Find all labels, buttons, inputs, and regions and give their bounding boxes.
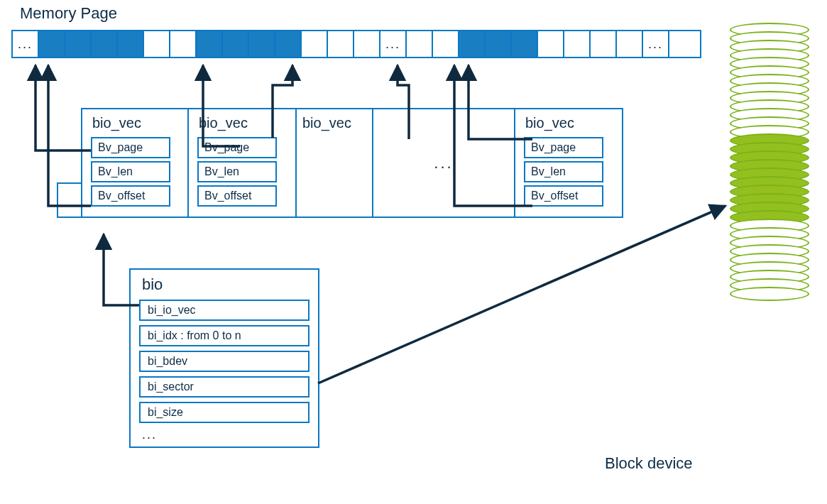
memory-cell: [144, 31, 170, 57]
memory-cell: [197, 31, 223, 57]
memory-cell: ...: [13, 31, 39, 57]
memory-cell: [564, 31, 591, 57]
bio-field-bi-io-vec: bi_io_vec: [139, 300, 310, 321]
bio-struct-box: bio bi_io_vec bi_idx : from 0 to n bi_bd…: [129, 268, 319, 448]
bio-field-bi-idx: bi_idx : from 0 to n: [139, 325, 310, 346]
bio-vec-title: bio_vec: [302, 115, 365, 131]
bio-struct-ellipsis: ...: [142, 427, 310, 442]
bio-vec-title: bio_vec: [525, 115, 615, 131]
block-device-cylinder: [730, 23, 809, 301]
memory-cell: ...: [380, 31, 407, 57]
memory-cell: [591, 31, 617, 57]
memory-cell: [538, 31, 564, 57]
block-device-disk: [730, 287, 809, 301]
bio-vec-lead-stub: [57, 182, 81, 218]
bio-vec-box-3-header: bio_vec: [297, 108, 373, 218]
bio-vec-box-1: bio_vec Bv_page Bv_len Bv_offset: [81, 108, 189, 218]
bio-vec-box-2: bio_vec Bv_page Bv_len Bv_offset: [189, 108, 297, 218]
bio-vec-field-bv-len: Bv_len: [197, 161, 277, 182]
memory-cell: [92, 31, 118, 57]
bio-vec-field-bv-offset: Bv_offset: [197, 185, 277, 207]
memory-cell: [459, 31, 486, 57]
bio-field-bi-size: bi_size: [139, 402, 310, 423]
memory-cell: [223, 31, 249, 57]
bio-vec-ellipsis: ...: [373, 108, 515, 218]
bio-vec-title: bio_vec: [92, 115, 180, 131]
memory-cell: [354, 31, 380, 57]
bio-vec-field-bv-len: Bv_len: [91, 161, 170, 182]
memory-cell: [249, 31, 275, 57]
memory-cell: [433, 31, 459, 57]
bio-vec-field-bv-len: Bv_len: [524, 161, 603, 182]
block-device-label: Block device: [605, 454, 693, 473]
bio-field-bi-bdev: bi_bdev: [139, 351, 310, 372]
memory-cell: [170, 31, 197, 57]
memory-cell: [65, 31, 92, 57]
bio-vec-title: bio_vec: [199, 115, 288, 131]
bio-vec-box-n: bio_vec Bv_page Bv_len Bv_offset: [515, 108, 623, 218]
memory-cell: [617, 31, 643, 57]
memory-cell: [39, 31, 65, 57]
memory-cell: [512, 31, 538, 57]
bio-vec-field-bv-offset: Bv_offset: [524, 185, 603, 207]
bio-vec-row: bio_vec Bv_page Bv_len Bv_offset bio_vec…: [57, 108, 623, 218]
memory-cell: [486, 31, 512, 57]
memory-cell: [407, 31, 433, 57]
memory-cell: [302, 31, 328, 57]
memory-page-strip: .........: [11, 30, 701, 58]
memory-cell: [669, 31, 696, 57]
bio-vec-field-bv-offset: Bv_offset: [91, 185, 170, 207]
arrows-layer: [0, 0, 827, 504]
memory-cell: [328, 31, 354, 57]
memory-cell: ...: [643, 31, 669, 57]
bio-vec-field-bv-page: Bv_page: [91, 137, 170, 158]
bio-struct-title: bio: [142, 275, 310, 294]
memory-cell: [275, 31, 302, 57]
memory-page-title: Memory Page: [20, 4, 117, 23]
bio-field-bi-sector: bi_sector: [139, 376, 310, 398]
memory-cell: [118, 31, 144, 57]
bio-vec-field-bv-page: Bv_page: [197, 137, 277, 158]
bio-vec-field-bv-page: Bv_page: [524, 137, 603, 158]
